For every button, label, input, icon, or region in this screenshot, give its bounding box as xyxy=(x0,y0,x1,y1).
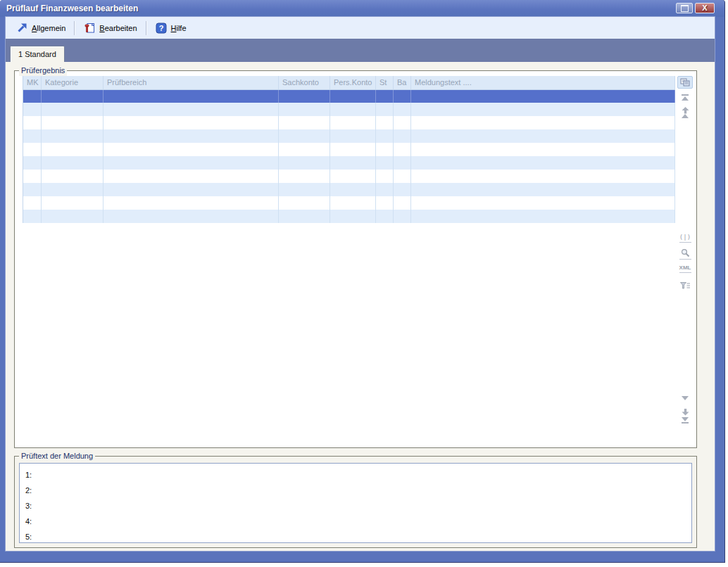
pruefergebnis-group: Prüfergebnis MK Kategorie Prüfbereich Sa… xyxy=(14,70,697,448)
cell-empty xyxy=(42,129,103,143)
scroll-to-top-button[interactable] xyxy=(677,94,694,101)
cell-empty xyxy=(23,210,42,223)
export-button[interactable] xyxy=(677,76,694,89)
column-header-pruefbereich[interactable]: Prüfbereich xyxy=(103,76,279,89)
scroll-to-bottom-icon xyxy=(682,417,689,423)
cell-empty xyxy=(103,89,279,103)
cell-empty xyxy=(330,116,376,129)
prueftext-line-2: 2: xyxy=(25,483,686,498)
table-row-empty[interactable] xyxy=(23,156,675,170)
cell-empty xyxy=(330,156,376,170)
prueftext-box: 1:2:3:4:5: xyxy=(19,463,692,543)
column-header-kategorie[interactable]: Kategorie xyxy=(42,76,103,89)
close-button[interactable]: X xyxy=(695,3,715,13)
cell-empty xyxy=(23,89,42,103)
cell-empty xyxy=(394,103,411,116)
prueftext-line-4: 4: xyxy=(25,514,686,529)
cell-empty xyxy=(376,183,394,196)
cell-empty xyxy=(411,156,675,170)
table-row-empty[interactable] xyxy=(23,103,675,116)
cell-empty xyxy=(376,129,394,143)
table-header-row: MK Kategorie Prüfbereich Sachkonto Pers.… xyxy=(23,76,675,89)
prueftext-group-title: Prüftext der Meldung xyxy=(19,451,95,461)
scroll-up-button[interactable] xyxy=(677,114,694,118)
column-header-mk[interactable]: MK xyxy=(23,76,42,89)
cell-empty xyxy=(330,129,376,143)
cell-empty xyxy=(394,183,411,196)
column-header-st[interactable]: St xyxy=(376,76,394,89)
scroll-to-bottom-button[interactable] xyxy=(677,417,694,423)
cell-empty xyxy=(103,210,279,223)
table-row-selected[interactable] xyxy=(23,89,675,103)
restore-button[interactable] xyxy=(676,3,693,13)
column-brackets-button[interactable]: (|) xyxy=(677,234,694,243)
bearbeiten-button[interactable]: Bearbeiten xyxy=(79,20,142,36)
cell-empty xyxy=(411,116,675,129)
cell-empty xyxy=(376,89,394,103)
cell-empty xyxy=(376,170,394,183)
cell-empty xyxy=(42,89,103,103)
scroll-up-icon xyxy=(682,114,689,118)
result-table: MK Kategorie Prüfbereich Sachkonto Pers.… xyxy=(23,76,675,223)
allgemein-button[interactable]: Allgemein xyxy=(11,20,70,36)
table-row-empty[interactable] xyxy=(23,196,675,210)
table-row-empty[interactable] xyxy=(23,170,675,183)
cell-empty xyxy=(42,196,103,210)
cell-empty xyxy=(103,103,279,116)
cell-empty xyxy=(330,89,376,103)
cell-empty xyxy=(42,156,103,170)
cell-empty xyxy=(394,210,411,223)
cell-empty xyxy=(23,116,42,129)
cell-empty xyxy=(23,196,42,210)
cell-empty xyxy=(23,170,42,183)
cell-empty xyxy=(23,103,42,116)
cell-empty xyxy=(42,210,103,223)
cell-empty xyxy=(42,103,103,116)
cell-empty xyxy=(23,129,42,143)
cell-empty xyxy=(330,143,376,156)
cell-empty xyxy=(411,89,675,103)
table-row-empty[interactable] xyxy=(23,129,675,143)
tab-band: 1 Standard xyxy=(6,39,715,62)
table-row-empty[interactable] xyxy=(23,143,675,156)
cell-empty xyxy=(411,103,675,116)
hilfe-button[interactable]: ? Hilfe xyxy=(151,20,192,36)
cell-empty xyxy=(23,183,42,196)
titlebar[interactable]: Prüflauf Finanzwesen bearbeiten X xyxy=(0,0,724,17)
table-row-empty[interactable] xyxy=(23,116,675,129)
tab-standard[interactable]: 1 Standard xyxy=(10,46,65,62)
column-header-sachkonto[interactable]: Sachkonto xyxy=(279,76,330,89)
cell-empty xyxy=(103,170,279,183)
cell-empty xyxy=(42,143,103,156)
brackets-icon: (|) xyxy=(679,234,691,241)
cell-empty xyxy=(103,143,279,156)
scroll-down-button[interactable] xyxy=(677,396,694,400)
cell-empty xyxy=(376,210,394,223)
cell-empty xyxy=(103,156,279,170)
search-button[interactable] xyxy=(677,248,694,260)
column-header-meldungstext[interactable]: Meldungstext .... xyxy=(411,76,675,89)
column-header-perskonto[interactable]: Pers.Konto xyxy=(330,76,376,89)
filter-icon xyxy=(680,280,691,293)
cell-empty xyxy=(103,196,279,210)
cell-empty xyxy=(376,156,394,170)
cell-empty xyxy=(279,116,330,129)
allgemein-label: Allgemein xyxy=(32,24,65,32)
cell-empty xyxy=(411,183,675,196)
column-header-ba[interactable]: Ba xyxy=(394,76,411,89)
table-row-empty[interactable] xyxy=(23,210,675,223)
prueftext-group: Prüftext der Meldung 1:2:3:4:5: xyxy=(14,456,697,548)
cell-empty xyxy=(103,116,279,129)
cell-empty xyxy=(279,196,330,210)
filter-button[interactable] xyxy=(677,280,694,293)
export-icon xyxy=(677,76,693,89)
scroll-to-top-icon xyxy=(682,94,689,101)
cell-empty xyxy=(376,103,394,116)
cell-empty xyxy=(279,129,330,143)
xml-button[interactable]: XML xyxy=(677,265,694,273)
cell-empty xyxy=(394,170,411,183)
edit-tool-icon xyxy=(84,23,95,34)
table-row-empty[interactable] xyxy=(23,183,675,196)
cell-empty xyxy=(330,170,376,183)
cell-empty xyxy=(23,156,42,170)
